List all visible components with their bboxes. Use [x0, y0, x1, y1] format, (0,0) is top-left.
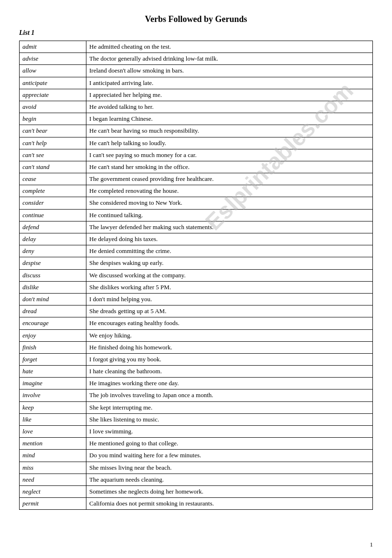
table-row: admitHe admitted cheating on the test. — [20, 41, 373, 53]
verb-cell: mention — [20, 438, 86, 450]
example-cell: She kept interrupting me. — [86, 401, 373, 413]
example-cell: I love swimming. — [86, 426, 373, 438]
example-cell: He mentioned going to that college. — [86, 438, 373, 450]
table-row: can't helpHe can't help talking so loudl… — [20, 137, 373, 149]
table-row: involveThe job involves traveling to Jap… — [20, 390, 373, 401]
verb-cell: deny — [20, 245, 86, 257]
example-cell: We enjoy hiking. — [86, 329, 373, 341]
example-cell: He imagines working there one day. — [86, 378, 373, 390]
example-cell: We discussed working at the company. — [86, 269, 373, 281]
table-row: avoidHe avoided talking to her. — [20, 101, 373, 113]
verb-cell: consider — [20, 197, 86, 209]
example-cell: He encourages eating healthy foods. — [86, 317, 373, 329]
verb-cell: discuss — [20, 269, 86, 281]
example-cell: She likes listening to music. — [86, 413, 373, 425]
table-row: denyHe denied committing the crime. — [20, 245, 373, 257]
example-cell: She dreads getting up at 5 AM. — [86, 305, 373, 317]
example-cell: The lawyer defended her making such stat… — [86, 221, 373, 233]
table-row: dreadShe dreads getting up at 5 AM. — [20, 305, 373, 317]
verb-cell: can't see — [20, 149, 86, 161]
example-cell: He can't bear having so much responsibil… — [86, 125, 373, 137]
page-title: Verbs Followed by Gerunds — [19, 14, 373, 24]
table-row: enjoyWe enjoy hiking. — [20, 329, 373, 341]
example-cell: The government ceased providing free hea… — [86, 173, 373, 185]
verb-cell: imagine — [20, 378, 86, 390]
verb-cell: continue — [20, 209, 86, 221]
verb-cell: avoid — [20, 101, 86, 113]
table-row: neglectSometimes she neglects doing her … — [20, 485, 373, 497]
verb-cell: keep — [20, 401, 86, 413]
example-cell: I began learning Chinese. — [86, 113, 373, 125]
example-cell: She considered moving to New York. — [86, 197, 373, 209]
verb-cell: anticipate — [20, 77, 86, 89]
example-cell: I appreciated her helping me. — [86, 89, 373, 101]
example-cell: I forgot giving you my book. — [86, 353, 373, 365]
verb-cell: hate — [20, 366, 86, 378]
table-row: considerShe considered moving to New Yor… — [20, 197, 373, 209]
example-cell: She dislikes working after 5 PM. — [86, 281, 373, 293]
verb-cell: dread — [20, 305, 86, 317]
verb-cell: allow — [20, 65, 86, 77]
table-row: finishHe finished doing his homework. — [20, 341, 373, 353]
example-cell: She despises waking up early. — [86, 257, 373, 269]
example-cell: Do you mind waiting here for a few minut… — [86, 450, 373, 462]
example-cell: He admitted cheating on the test. — [86, 41, 373, 53]
verb-cell: can't help — [20, 137, 86, 149]
verb-cell: don't mind — [20, 293, 86, 305]
verb-cell: finish — [20, 341, 86, 353]
table-row: continueHe continued talking. — [20, 209, 373, 221]
table-row: missShe misses living near the beach. — [20, 462, 373, 474]
table-row: despiseShe despises waking up early. — [20, 257, 373, 269]
table-row: can't seeI can't see paying so much mone… — [20, 149, 373, 161]
table-row: needThe aquarium needs cleaning. — [20, 474, 373, 485]
example-cell: The doctor generally advised drinking lo… — [86, 53, 373, 65]
table-row: discussWe discussed working at the compa… — [20, 269, 373, 281]
table-row: permitCalifornia does not permit smoking… — [20, 498, 373, 510]
verb-cell: cease — [20, 173, 86, 185]
table-row: defendThe lawyer defended her making suc… — [20, 221, 373, 233]
table-row: dislikeShe dislikes working after 5 PM. — [20, 281, 373, 293]
example-cell: Ireland doesn't allow smoking in bars. — [86, 65, 373, 77]
verbs-table: admitHe admitted cheating on the test.ad… — [19, 41, 373, 510]
verb-cell: mind — [20, 450, 86, 462]
example-cell: The job involves traveling to Japan once… — [86, 390, 373, 401]
verb-cell: begin — [20, 113, 86, 125]
table-row: keepShe kept interrupting me. — [20, 401, 373, 413]
verb-cell: defend — [20, 221, 86, 233]
verb-cell: involve — [20, 390, 86, 401]
example-cell: He delayed doing his taxes. — [86, 233, 373, 245]
example-cell: He continued talking. — [86, 209, 373, 221]
example-cell: I don't mind helping you. — [86, 293, 373, 305]
table-row: completeHe completed renovating the hous… — [20, 185, 373, 197]
verb-cell: miss — [20, 462, 86, 474]
verb-cell: advise — [20, 53, 86, 65]
example-cell: California does not permit smoking in re… — [86, 498, 373, 510]
table-row: forgetI forgot giving you my book. — [20, 353, 373, 365]
verb-cell: like — [20, 413, 86, 425]
example-cell: He can't help talking so loudly. — [86, 137, 373, 149]
verb-cell: complete — [20, 185, 86, 197]
verb-cell: neglect — [20, 485, 86, 497]
table-row: anticipateI anticipated arriving late. — [20, 77, 373, 89]
table-row: loveI love swimming. — [20, 426, 373, 438]
verb-cell: admit — [20, 41, 86, 53]
table-row: mentionHe mentioned going to that colleg… — [20, 438, 373, 450]
table-row: adviseThe doctor generally advised drink… — [20, 53, 373, 65]
table-row: can't standHe can't stand her smoking in… — [20, 161, 373, 173]
example-cell: He can't stand her smoking in the office… — [86, 161, 373, 173]
verb-cell: encourage — [20, 317, 86, 329]
page-number: 1 — [370, 541, 373, 548]
list-label: List 1 — [19, 29, 373, 37]
verb-cell: can't stand — [20, 161, 86, 173]
verb-cell: enjoy — [20, 329, 86, 341]
example-cell: He completed renovating the house. — [86, 185, 373, 197]
verb-cell: love — [20, 426, 86, 438]
example-cell: The aquarium needs cleaning. — [86, 474, 373, 485]
table-row: appreciateI appreciated her helping me. — [20, 89, 373, 101]
verb-cell: appreciate — [20, 89, 86, 101]
table-row: likeShe likes listening to music. — [20, 413, 373, 425]
table-row: delayHe delayed doing his taxes. — [20, 233, 373, 245]
verb-cell: need — [20, 474, 86, 485]
verb-cell: delay — [20, 233, 86, 245]
table-row: encourageHe encourages eating healthy fo… — [20, 317, 373, 329]
